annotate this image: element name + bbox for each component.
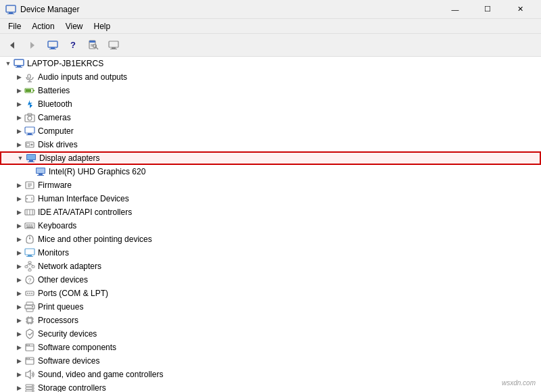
computer-view-button[interactable] xyxy=(43,36,62,55)
expand-cameras[interactable] xyxy=(14,112,24,123)
expand-ports[interactable] xyxy=(14,288,24,299)
print-label: Print queues xyxy=(38,302,83,312)
svg-rect-102 xyxy=(28,358,30,360)
expand-other[interactable] xyxy=(14,274,24,285)
list-item[interactable]: Keyboards xyxy=(0,219,541,232)
properties-button[interactable] xyxy=(84,36,103,55)
svg-rect-58 xyxy=(28,224,30,226)
hid-label: Human Interface Devices xyxy=(38,194,129,203)
svg-point-63 xyxy=(29,238,30,239)
tree-root-item[interactable]: LAPTOP-JB1EKRCS xyxy=(0,57,541,70)
sound-label: Sound, video and game controllers xyxy=(38,370,163,379)
svg-point-79 xyxy=(29,293,30,294)
expand-computer[interactable] xyxy=(14,126,24,137)
list-item[interactable]: Intel(R) UHD Graphics 620 xyxy=(0,165,541,178)
expand-ide[interactable] xyxy=(14,207,24,218)
list-item[interactable]: Bluetooth xyxy=(0,97,541,111)
menu-action[interactable]: Action xyxy=(26,19,60,34)
root-label: LAPTOP-JB1EKRCS xyxy=(27,59,103,68)
list-item[interactable]: Mice and other pointing devices xyxy=(0,232,541,246)
list-item[interactable]: Cameras xyxy=(0,111,541,124)
list-item[interactable]: Monitors xyxy=(0,246,541,260)
list-item[interactable]: Software components xyxy=(0,341,541,354)
expand-batteries[interactable] xyxy=(14,85,24,96)
list-item[interactable]: Sound, video and game controllers xyxy=(0,368,541,381)
list-item[interactable]: Security devices xyxy=(0,327,541,341)
list-item[interactable]: ? Other devices xyxy=(0,273,541,287)
keyboard-icon xyxy=(24,220,35,231)
list-item[interactable]: Disk drives xyxy=(0,138,541,151)
expand-bluetooth[interactable] xyxy=(14,99,24,109)
display-adapters-label: Display adapters xyxy=(39,153,99,163)
menu-view[interactable]: View xyxy=(60,19,89,34)
mouse-icon xyxy=(24,234,35,245)
expand-firmware[interactable] xyxy=(14,180,24,191)
svg-rect-66 xyxy=(26,256,33,257)
svg-marker-4 xyxy=(30,42,34,49)
menu-file[interactable]: File xyxy=(3,19,26,34)
svg-rect-84 xyxy=(32,306,33,308)
expand-storage[interactable] xyxy=(14,383,24,392)
expand-keyboards[interactable] xyxy=(14,220,24,231)
expand-software-comp[interactable] xyxy=(14,342,24,353)
expand-security[interactable] xyxy=(14,328,24,339)
svg-rect-1 xyxy=(9,12,13,14)
monitor-button[interactable] xyxy=(104,36,123,55)
svg-rect-16 xyxy=(110,49,117,49)
minimize-button[interactable]: — xyxy=(440,0,471,19)
help-button[interactable]: ? xyxy=(64,36,83,55)
close-button[interactable]: ✕ xyxy=(504,0,536,19)
sound-icon xyxy=(24,369,35,380)
expand-mice[interactable] xyxy=(14,234,24,245)
expand-display[interactable] xyxy=(15,153,26,164)
list-item[interactable]: Human Interface Devices xyxy=(0,192,541,205)
expand-sound[interactable] xyxy=(14,369,24,380)
intel-gpu-icon xyxy=(35,166,46,177)
title-bar: Device Manager — ☐ ✕ xyxy=(0,0,541,19)
svg-rect-31 xyxy=(26,134,33,135)
svg-rect-64 xyxy=(25,249,34,255)
expand-network[interactable] xyxy=(14,261,24,272)
device-tree[interactable]: LAPTOP-JB1EKRCS Audio inputs and outputs xyxy=(0,57,541,392)
svg-line-72 xyxy=(26,264,30,266)
list-item[interactable]: Storage controllers xyxy=(0,381,541,392)
expand-root[interactable] xyxy=(3,58,14,69)
back-button[interactable] xyxy=(3,36,22,55)
expand-hid[interactable] xyxy=(14,193,24,204)
expand-monitors[interactable] xyxy=(14,247,24,258)
expand-software-dev[interactable] xyxy=(14,356,24,366)
list-item[interactable]: Network adapters xyxy=(0,260,541,273)
list-item[interactable]: Software devices xyxy=(0,354,541,368)
expand-disk[interactable] xyxy=(14,139,24,150)
expand-processors[interactable] xyxy=(14,315,24,326)
batteries-label: Batteries xyxy=(38,86,70,95)
storage-icon xyxy=(24,383,35,392)
svg-rect-6 xyxy=(51,47,55,49)
svg-rect-37 xyxy=(28,162,34,162)
svg-point-109 xyxy=(32,391,33,392)
list-item[interactable]: Ports (COM & LPT) xyxy=(0,287,541,300)
network-label: Network adapters xyxy=(38,262,101,271)
security-label: Security devices xyxy=(38,329,97,339)
expand-audio[interactable] xyxy=(14,72,24,82)
list-item[interactable]: Processors xyxy=(0,314,541,327)
list-item[interactable]: Computer xyxy=(0,124,541,138)
svg-marker-103 xyxy=(26,370,30,378)
monitors-label: Monitors xyxy=(38,248,69,258)
list-item[interactable]: Print queues xyxy=(0,300,541,314)
expand-print[interactable] xyxy=(14,301,24,312)
maximize-button[interactable]: ☐ xyxy=(472,0,503,19)
list-item[interactable]: Firmware xyxy=(0,178,541,192)
firmware-label: Firmware xyxy=(38,180,72,190)
mice-label: Mice and other pointing devices xyxy=(38,235,152,244)
list-item[interactable]: Batteries xyxy=(0,84,541,97)
list-item[interactable]: Audio inputs and outputs xyxy=(0,70,541,84)
list-item[interactable]: IDE ATA/ATAPI controllers xyxy=(0,205,541,219)
security-icon xyxy=(24,328,35,339)
display-adapters-item[interactable]: Display adapters xyxy=(0,151,541,165)
svg-rect-18 xyxy=(17,66,21,67)
forward-button[interactable] xyxy=(23,36,42,55)
svg-rect-19 xyxy=(16,67,22,68)
menu-help[interactable]: Help xyxy=(89,19,116,34)
display-adapter-icon xyxy=(26,153,37,164)
